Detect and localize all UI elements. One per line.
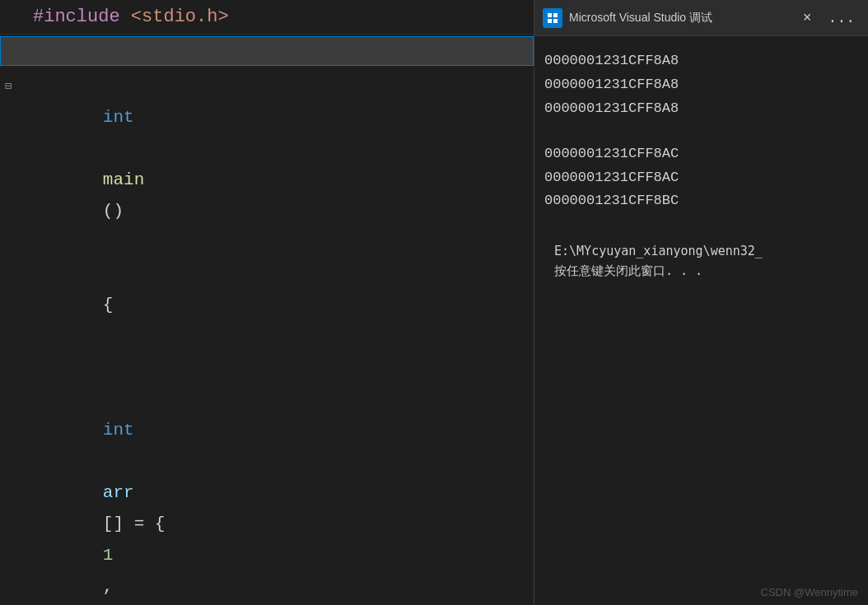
collapse-icon[interactable]: ⊟ — [0, 71, 16, 102]
code-body: ⊟ int main () { int arr [] = { — [0, 67, 534, 605]
close-button[interactable]: × — [798, 8, 817, 28]
press-key-line: 按任意键关闭此窗口. . . — [554, 261, 848, 281]
addr-line-5: 0000001231CFF8AC — [544, 166, 858, 190]
debug-title: Microsoft Visual Studio 调试 — [569, 11, 791, 26]
open-brace-line: { — [0, 258, 534, 352]
int-keyword: int — [103, 108, 134, 127]
include-line: #include <stdio.h> — [0, 0, 534, 35]
csdn-watermark: CSDN @Wennytime — [761, 586, 858, 598]
arr-name: arr — [103, 483, 134, 502]
addr-line-3: 0000001231CFF8A8 — [544, 97, 858, 121]
arr-decl-line: int arr [] = { 1 , 2 , 3 , 4 , 5 }; — [0, 352, 534, 605]
debug-titlebar: Microsoft Visual Studio 调试 × ... — [534, 0, 868, 36]
gap-2 — [544, 221, 858, 235]
include-keyword: #include — [33, 7, 120, 27]
addr-line-2: 0000001231CFF8A8 — [544, 73, 858, 97]
main-func-content: int main () — [16, 71, 534, 258]
addr-line-6: 0000001231CFF8BC — [544, 189, 858, 213]
address-group-1: 0000001231CFF8A8 0000001231CFF8A8 000000… — [544, 49, 858, 121]
include-file: <stdio.h> — [131, 7, 229, 27]
code-editor: #include <stdio.h> ⊟ int main () { — [0, 0, 534, 605]
svg-rect-1 — [553, 13, 558, 17]
arr-decl-content: int arr [] = { 1 , 2 , 3 , 4 , 5 }; — [16, 352, 534, 605]
vs-icon — [543, 8, 562, 28]
svg-rect-2 — [548, 19, 552, 23]
svg-rect-0 — [548, 13, 552, 17]
svg-rect-3 — [553, 19, 558, 23]
debug-footer: E:\MYcyuyan_xianyong\wenn32_ 按任意键关闭此窗口. … — [544, 235, 858, 294]
search-bar[interactable] — [0, 36, 534, 66]
main-function-line: ⊟ int main () — [0, 71, 534, 258]
address-group-2: 0000001231CFF8AC 0000001231CFF8AC 000000… — [544, 142, 858, 214]
debug-output: 0000001231CFF8A8 0000001231CFF8A8 000000… — [534, 36, 868, 605]
more-button[interactable]: ... — [824, 8, 860, 28]
path-line: E:\MYcyuyan_xianyong\wenn32_ — [554, 241, 848, 261]
main-func-name: main — [103, 170, 144, 189]
debug-panel: Microsoft Visual Studio 调试 × ... 0000001… — [534, 0, 868, 605]
addr-line-4: 0000001231CFF8AC — [544, 142, 858, 166]
addr-line-1: 0000001231CFF8A8 — [544, 49, 858, 73]
int-keyword-arr: int — [103, 421, 134, 440]
gap-1 — [544, 129, 858, 142]
open-brace: { — [16, 258, 534, 352]
